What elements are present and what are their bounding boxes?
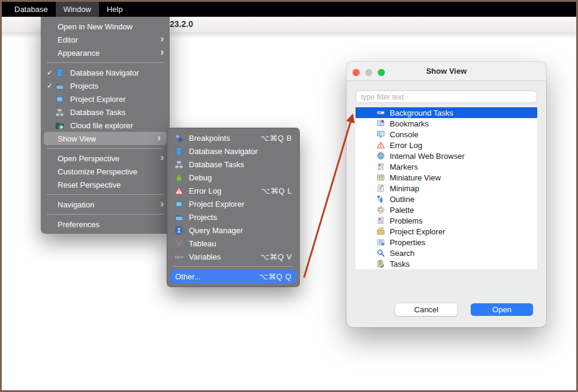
view-list-item-palette[interactable]: Palette — [356, 204, 537, 215]
cloud-file-explorer-icon — [55, 121, 64, 130]
menu-item-debug[interactable]: Debug — [167, 171, 299, 184]
view-list-item-minimap[interactable]: Minimap — [356, 183, 537, 194]
database-navigator-icon — [55, 68, 64, 77]
menu-separator — [173, 266, 293, 267]
menu-item-show-view[interactable]: Show View› — [44, 132, 167, 145]
view-item-label: Minimap — [390, 184, 419, 193]
view-item-label: Bookmarks — [390, 119, 429, 128]
menu-item-project-explorer[interactable]: Project Explorer — [41, 92, 170, 105]
menu-separator — [47, 214, 164, 215]
submenu-chevron-icon: › — [161, 34, 164, 44]
menubar-item-window[interactable]: Window — [56, 2, 99, 17]
menu-item-project-explorer[interactable]: Project Explorer — [167, 197, 299, 210]
menu-item-projects[interactable]: ✓Projects — [41, 79, 170, 92]
minimize-window-button[interactable] — [365, 69, 372, 76]
menu-item-error-log[interactable]: Error Log⌥⌘Q L — [167, 184, 299, 197]
filter-input[interactable] — [356, 91, 537, 103]
view-list-item-tasks[interactable]: Tasks — [356, 258, 537, 269]
menu-bar: DatabaseWindowHelp — [2, 2, 576, 17]
view-item-label: Search — [390, 249, 414, 258]
shortcut-label: ⌥⌘Q V — [260, 252, 292, 261]
projects-icon — [55, 82, 64, 91]
menu-item-label: Database Navigator — [70, 68, 139, 77]
submenu-chevron-icon: › — [158, 133, 161, 143]
menu-item-other[interactable]: Other...⌥⌘Q Q — [170, 270, 296, 284]
view-list-item-background-tasks[interactable]: Background Tasks — [356, 107, 537, 118]
submenu-chevron-icon: › — [161, 153, 164, 162]
debug-icon — [174, 173, 183, 182]
menu-item-customize-perspective[interactable]: Customize Perspective — [41, 165, 170, 178]
menu-item-navigation[interactable]: Navigation› — [41, 198, 170, 211]
menu-item-projects[interactable]: Projects — [167, 210, 299, 224]
view-item-label: Project Explorer — [390, 227, 445, 236]
menubar-item-database[interactable]: Database — [7, 2, 56, 17]
menu-item-breakpoints[interactable]: Breakpoints⌥⌘Q B — [167, 131, 299, 144]
view-list-item-outline[interactable]: Outline — [356, 194, 537, 204]
close-window-button[interactable] — [353, 69, 360, 76]
menubar-item-help[interactable]: Help — [99, 2, 131, 17]
query-manager-icon — [174, 226, 183, 235]
menu-item-label: Show View — [58, 134, 96, 143]
menu-item-label: Open Perspective — [58, 154, 119, 163]
menu-item-database-tasks[interactable]: Database Tasks — [167, 158, 299, 171]
view-item-label: Problems — [390, 216, 423, 225]
view-list-item-bookmarks[interactable]: Bookmarks — [356, 118, 537, 129]
outline-icon — [377, 195, 385, 203]
dialog-title-bar: Show View — [347, 62, 546, 81]
cancel-button[interactable]: Cancel — [395, 303, 457, 316]
menu-item-variables[interactable]: (x)=Variables⌥⌘Q V — [167, 250, 299, 263]
minimap-icon — [377, 184, 385, 192]
window-menu: Open in New WindowEditor›Appearance›✓Dat… — [41, 17, 170, 234]
menu-item-editor[interactable]: Editor› — [41, 33, 170, 46]
view-list-item-search[interactable]: Search — [356, 248, 537, 258]
projects-icon — [174, 213, 183, 222]
error-log-icon — [377, 141, 385, 149]
menu-separator — [47, 148, 164, 149]
view-list-item-internal-web-browser[interactable]: Internal Web Browser — [356, 150, 537, 161]
menu-item-cloud-file-explorer[interactable]: Cloud file explorer — [41, 119, 170, 132]
show-view-submenu: Breakpoints⌥⌘Q BDatabase NavigatorDataba… — [167, 128, 300, 287]
menu-item-database-navigator[interactable]: Database Navigator — [167, 144, 299, 158]
menu-item-label: Database Tasks — [189, 160, 244, 169]
menu-item-label: Open in New Window — [58, 22, 133, 31]
internal-web-browser-icon — [377, 152, 385, 160]
menu-item-label: Project Explorer — [189, 200, 244, 209]
view-list-item-project-explorer[interactable]: Project Explorer — [356, 226, 537, 237]
project-explorer-folder-icon — [377, 227, 385, 236]
menu-item-reset-perspective[interactable]: Reset Perspective — [41, 178, 170, 191]
menu-item-query-manager[interactable]: Query Manager — [167, 224, 299, 237]
menu-item-preferences[interactable]: Preferences — [41, 218, 170, 231]
breakpoints-icon — [174, 134, 183, 143]
view-list-item-properties[interactable]: Properties — [356, 237, 537, 248]
variables-icon: (x)= — [174, 252, 183, 261]
view-item-label: Console — [390, 130, 419, 139]
palette-icon — [377, 206, 385, 214]
view-list-item-markers[interactable]: Markers — [356, 161, 537, 172]
view-list-item-error-log[interactable]: Error Log — [356, 140, 537, 150]
miniature-view-icon — [377, 173, 385, 182]
menu-item-label: Debug — [189, 173, 212, 182]
checkmark-icon: ✓ — [47, 82, 55, 90]
shortcut-label: ⌥⌘Q Q — [259, 272, 291, 281]
menu-item-label: Navigation — [58, 200, 94, 209]
view-list-item-console[interactable]: Console — [356, 129, 537, 140]
menu-item-appearance[interactable]: Appearance› — [41, 46, 170, 59]
menu-item-tableau[interactable]: Tableau — [167, 237, 299, 250]
menu-item-label: Cloud file explorer — [70, 121, 133, 130]
menu-item-open-perspective[interactable]: Open Perspective› — [41, 152, 170, 165]
database-tasks-icon — [55, 108, 64, 117]
view-item-label: Markers — [390, 162, 418, 171]
open-button[interactable]: Open — [471, 303, 533, 316]
menu-item-database-navigator[interactable]: ✓Database Navigator — [41, 66, 170, 79]
menu-item-label: Appearance — [58, 49, 100, 58]
menu-item-open-in-new-window[interactable]: Open in New Window — [41, 20, 170, 33]
menu-item-label: Database Navigator — [189, 147, 258, 156]
zoom-window-button[interactable] — [378, 69, 385, 76]
menu-item-label: Database Tasks — [70, 108, 125, 117]
menu-item-label: Editor — [58, 35, 78, 44]
view-list-item-miniature-view[interactable]: Miniature View — [356, 172, 537, 183]
view-list-item-problems[interactable]: Problems — [356, 215, 537, 226]
properties-icon — [377, 238, 385, 246]
menu-item-database-tasks[interactable]: Database Tasks — [41, 105, 170, 119]
background-tasks-icon — [377, 108, 385, 117]
